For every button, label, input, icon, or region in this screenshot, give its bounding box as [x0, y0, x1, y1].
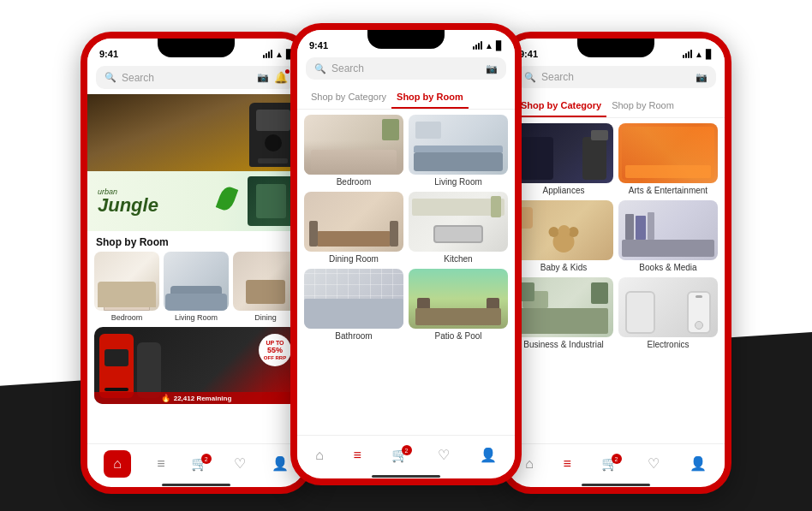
promo-count-text: 22,412 Remaining [174, 395, 232, 402]
phone2-nav-menu[interactable]: ≡ [349, 444, 367, 466]
room-thumb-living[interactable]: Living Room [164, 252, 229, 322]
books-deco [618, 200, 718, 260]
kitchen-label: Kitchen [444, 254, 472, 264]
category-card-baby[interactable]: Baby & Kids [514, 200, 613, 272]
room-card-dining[interactable]: Dining Room [304, 192, 403, 264]
room-card-bathroom[interactable]: Bathroom [304, 269, 403, 341]
promo-banner[interactable]: UP TO 55% OFF RRP 🔥 22,412 Remaining [94, 327, 298, 404]
room-card-kitchen[interactable]: Kitchen [409, 192, 508, 264]
bedroom2-label: Bedroom [337, 177, 372, 187]
business-deco [514, 277, 613, 337]
category-card-business[interactable]: Business & Industrial [514, 277, 613, 349]
phone3-nav-cart[interactable]: 🛒 2 [596, 452, 624, 475]
phone3-bottom-nav: ⌂ ≡ 🛒 2 ♡ 👤 [507, 443, 725, 483]
nav-wishlist[interactable]: ♡ [229, 452, 251, 475]
tab3-shop-by-room[interactable]: Shop by Room [606, 93, 679, 117]
phone3-camera-icon: 📷 [696, 72, 708, 83]
phone2-left-button-2 [290, 137, 292, 171]
phone-1-screen: 9:41 ▲ ▊ 🔍 Search 📷 🔔 [87, 39, 305, 487]
dining2-deco [304, 192, 403, 252]
phone2-search-icon: 🔍 [314, 63, 326, 74]
phone2-side-button-2 [520, 133, 522, 175]
phone3-search-bar[interactable]: 🔍 Search 📷 [516, 66, 716, 88]
phone3-nav-account[interactable]: 👤 [684, 452, 712, 475]
bed-shape [104, 282, 149, 312]
bedroom2-deco [304, 115, 403, 175]
phone3-menu-icon: ≡ [564, 456, 571, 472]
phone-left-button-1 [81, 116, 82, 137]
phone2-status-icons: ▲ ▊ [473, 41, 503, 51]
arts-image [618, 123, 718, 183]
phone2-nav-home[interactable]: ⌂ [310, 444, 329, 466]
promo-badge-percent: 55% [264, 347, 286, 355]
kitchen-image [409, 192, 508, 252]
room-thumb-dining[interactable]: Dining [233, 252, 298, 322]
room-thumb-bedroom[interactable]: Bedroom [94, 252, 159, 322]
menu-icon: ≡ [157, 456, 164, 472]
phone3-nav-menu[interactable]: ≡ [558, 453, 576, 475]
nav-cart[interactable]: 🛒 2 [186, 452, 213, 475]
phone3-search-placeholder: Search [541, 71, 690, 83]
hero-banner [87, 94, 305, 171]
room-card-patio[interactable]: Patio & Pool [409, 269, 508, 341]
books-label: Books & Media [639, 263, 696, 272]
electronics-image [618, 277, 718, 337]
phone3-account-icon: 👤 [690, 455, 707, 472]
phone3-scroll-area: Appliances Arts & Entertainment [507, 118, 725, 443]
tab-shop-by-room[interactable]: Shop by Room [391, 85, 469, 109]
phone3-categories-grid: Appliances Arts & Entertainment [507, 118, 725, 354]
tab3-shop-by-category[interactable]: Shop by Category [516, 93, 606, 117]
kitchen-deco [409, 192, 508, 252]
phone3-home-bar [582, 484, 650, 486]
phone3-home-icon: ⌂ [525, 456, 534, 472]
phone2-nav-cart[interactable]: 🛒 2 [386, 443, 414, 466]
phone3-wishlist-icon: ♡ [648, 455, 660, 472]
status-time: 9:41 [99, 49, 118, 59]
nav-menu[interactable]: ≡ [152, 453, 170, 475]
appliances-label: Appliances [543, 186, 585, 195]
phone2-wifi-icon: ▲ [485, 41, 493, 51]
phone3-nav-home[interactable]: ⌂ [520, 453, 539, 475]
dining-deco [233, 252, 298, 311]
category-card-electronics[interactable]: Electronics [618, 277, 718, 349]
jungle-leaf-deco [219, 187, 241, 217]
living-label: Living Room [175, 313, 218, 322]
living-deco [164, 252, 229, 311]
promo-badge-off: OFF RRP [264, 355, 286, 361]
search-icon: 🔍 [104, 72, 116, 83]
phone2-nav-wishlist[interactable]: ♡ [433, 443, 455, 466]
phone3-search-icon: 🔍 [524, 72, 536, 83]
tab-shop-by-category[interactable]: Shop by Category [306, 85, 391, 109]
phone3-notch [577, 39, 654, 57]
phone2-search-bar[interactable]: 🔍 Search 📷 [306, 57, 506, 80]
phone2-nav-account[interactable]: 👤 [475, 443, 502, 466]
coffeemaker-img [99, 334, 161, 398]
room-card-living[interactable]: Living Room [409, 115, 508, 187]
search-bar[interactable]: 🔍 Search 📷 🔔 [96, 66, 296, 89]
phone2-rooms-grid: Bedroom Living Room [297, 110, 515, 346]
baby-deco [514, 200, 613, 260]
bathroom-label: Bathroom [335, 331, 372, 341]
account-icon: 👤 [272, 455, 289, 472]
sink-shape [433, 225, 483, 243]
category-card-appliances[interactable]: Appliances [514, 123, 613, 195]
nav-home[interactable]: ⌂ [99, 447, 136, 481]
signal-icon [263, 50, 272, 58]
phone2-battery-icon: ▊ [496, 41, 503, 51]
phone2-left-button-1 [290, 107, 292, 128]
phone3-nav-wishlist[interactable]: ♡ [642, 452, 665, 475]
phone2-menu-icon: ≡ [354, 448, 361, 463]
coffee-machine-secondary [137, 342, 161, 398]
phone2-status-time: 9:41 [309, 40, 328, 51]
search-placeholder: Search [122, 72, 252, 84]
room-card-bedroom[interactable]: Bedroom [304, 115, 403, 187]
phone3-battery-icon: ▊ [706, 50, 713, 59]
category-card-arts[interactable]: Arts & Entertainment [618, 123, 718, 195]
phones-container: 9:41 ▲ ▊ 🔍 Search 📷 🔔 [0, 0, 812, 511]
phone2-camera-icon: 📷 [486, 63, 498, 74]
phone2-home-icon: ⌂ [315, 448, 324, 463]
category-card-books[interactable]: Books & Media [618, 200, 718, 272]
scroll-area: urban Jungle Shop by Room [87, 94, 305, 443]
phone3-wifi-icon: ▲ [695, 50, 703, 59]
wifi-icon: ▲ [275, 50, 284, 59]
